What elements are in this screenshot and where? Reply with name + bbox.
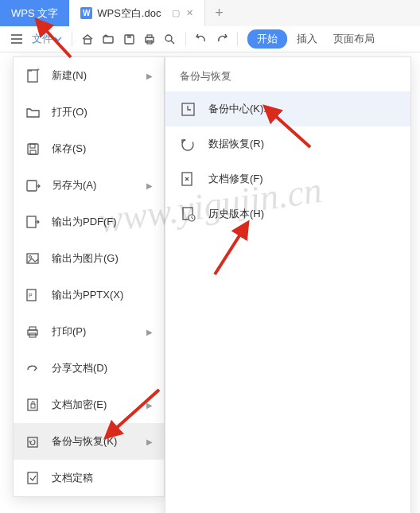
home-icon[interactable] [79,30,96,48]
submenu-item-data-recovery[interactable]: 数据恢复(R) [165,126,410,161]
menu-item-open[interactable]: 打开(O) [14,94,164,130]
toolbar: 文件 开始 插入 页面布局 [0,26,420,52]
open-folder-icon[interactable] [99,30,117,48]
finalize-icon [25,470,41,486]
menu-item-label: 分享文档(D) [52,361,153,375]
submenu-title: 备份与恢复 [165,57,410,91]
export-image-icon [25,251,41,266]
doc-repair-icon [180,171,196,187]
svg-rect-27 [31,404,35,408]
preview-icon[interactable] [161,30,179,48]
submenu-item-label: 文档修复(F) [208,172,263,186]
svg-rect-4 [103,37,113,43]
svg-rect-28 [28,437,37,447]
toolbar-separator [185,32,186,46]
menu-item-saveas[interactable]: 另存为(A) ▶ [14,167,164,204]
menu-item-export-image[interactable]: 输出为图片(G) [14,240,164,277]
svg-rect-6 [127,35,131,38]
menu-item-label: 文档定稿 [52,471,153,485]
tab-window-ops: ▢ ✕ [172,8,193,18]
doc-type-icon: W [80,7,92,19]
new-file-icon: + [25,68,41,84]
svg-rect-17 [27,181,37,191]
menu-item-print[interactable]: 打印(P) ▶ [14,313,164,350]
print-icon[interactable] [141,30,158,48]
print-icon [25,324,41,340]
submenu-arrow-icon: ▶ [146,328,153,336]
tab-insert[interactable]: 插入 [290,29,324,49]
file-menu-button[interactable]: 文件 [29,30,65,48]
svg-line-11 [171,41,174,44]
close-tab-icon[interactable]: ✕ [186,8,193,18]
submenu-item-history-version[interactable]: 历史版本(H) [165,196,410,231]
tab-document[interactable]: W WPS空白.doc ▢ ✕ [69,0,205,26]
submenu-item-label: 备份中心(K)... [208,102,272,116]
backup-restore-submenu: 备份与恢复 备份中心(K)... 数据恢复(R) 文档修复(F) 历史版本(H) [165,56,411,513]
tab-app[interactable]: WPS 文字 [0,0,69,26]
chevron-down-icon [54,37,62,41]
saveas-icon [25,177,41,193]
save-icon[interactable] [120,30,138,48]
menu-item-new[interactable]: + 新建(N) ▶ [14,57,164,94]
menu-item-label: 打开(O) [52,105,153,119]
submenu-arrow-icon: ▶ [146,401,153,410]
menu-item-save[interactable]: 保存(S) [14,130,164,167]
open-folder-icon [25,104,41,120]
menu-item-label: 输出为PPTX(X) [52,288,153,302]
svg-rect-29 [28,472,37,484]
tab-page-layout[interactable]: 页面布局 [327,29,381,49]
svg-rect-15 [30,144,35,148]
toolbar-separator [237,32,238,46]
tab-app-label: WPS 文字 [11,6,58,21]
file-menu-label: 文件 [32,32,52,46]
svg-rect-3 [84,39,91,44]
export-pptx-icon: P [25,287,41,303]
menu-item-encrypt[interactable]: 文档加密(E) ▶ [14,387,164,423]
menu-item-label: 打印(P) [52,325,146,339]
svg-text:+: + [37,67,40,72]
encrypt-icon [25,397,41,413]
toolbar-separator [72,32,72,46]
svg-rect-8 [147,35,152,37]
svg-rect-16 [30,150,36,154]
menu-item-share[interactable]: 分享文档(D) [14,350,164,387]
svg-rect-14 [28,144,38,154]
restore-window-icon[interactable]: ▢ [172,8,180,18]
submenu-arrow-icon: ▶ [146,181,153,190]
menu-item-label: 输出为图片(G) [52,251,153,266]
svg-rect-18 [27,216,36,227]
menu-item-label: 输出为PDF(F) [52,215,153,229]
backup-center-icon [180,101,196,117]
submenu-arrow-icon: ▶ [146,72,153,80]
submenu-item-label: 历史版本(H) [208,207,264,221]
hamburger-icon[interactable] [8,30,25,48]
menu-item-label: 备份与恢复(K) [52,434,146,449]
svg-point-20 [29,256,32,258]
svg-point-31 [182,139,193,150]
submenu-item-backup-center[interactable]: 备份中心(K)... [165,91,410,126]
menu-item-export-pdf[interactable]: 输出为PDF(F) [14,204,164,240]
add-tab-button[interactable]: + [205,0,232,26]
svg-point-10 [165,35,172,41]
submenu-arrow-icon: ▶ [146,437,153,446]
redo-icon[interactable] [213,30,231,48]
menu-item-label: 新建(N) [52,68,146,83]
share-icon [25,360,41,376]
menu-item-backup-restore[interactable]: 备份与恢复(K) ▶ [14,423,164,460]
menu-item-export-pptx[interactable]: P 输出为PPTX(X) [14,277,164,313]
menu-item-finalize[interactable]: 文档定稿 [14,460,164,496]
undo-icon[interactable] [192,30,210,48]
menu-item-label: 另存为(A) [52,178,146,192]
svg-text:P: P [29,293,33,298]
submenu-item-doc-repair[interactable]: 文档修复(F) [165,161,410,196]
tab-bar: WPS 文字 W WPS空白.doc ▢ ✕ + [0,0,420,26]
menu-item-label: 文档加密(E) [52,398,146,412]
history-version-icon [180,206,196,222]
export-pdf-icon [25,214,41,230]
submenu-item-label: 数据恢复(R) [208,137,264,151]
menu-item-label: 保存(S) [52,142,153,156]
save-icon [25,141,41,157]
data-recovery-icon [180,136,196,152]
tab-document-label: WPS空白.doc [97,6,161,21]
tab-start[interactable]: 开始 [247,29,287,49]
